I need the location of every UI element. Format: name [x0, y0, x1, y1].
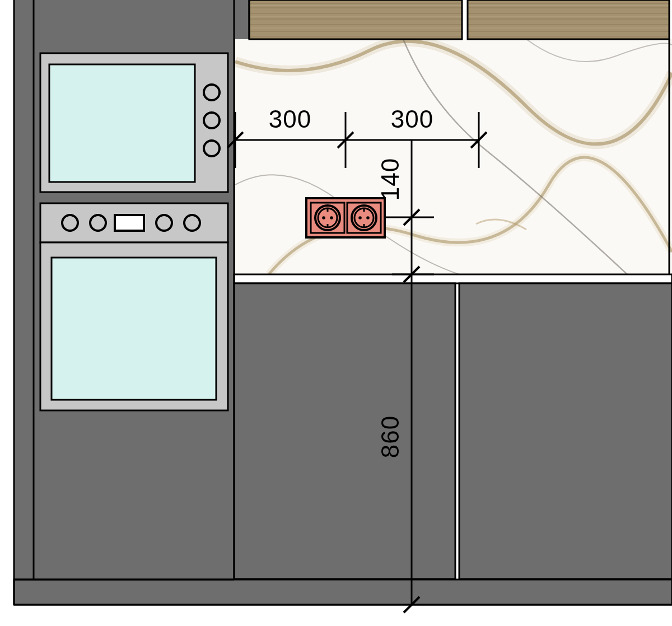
oven-display-icon	[115, 215, 144, 231]
countertop	[234, 274, 672, 283]
dimension-label: 300	[269, 105, 311, 133]
oven	[40, 203, 228, 410]
microwave	[40, 53, 228, 192]
wall-cabinet-left	[249, 0, 462, 39]
base-cabinet-left	[234, 283, 455, 579]
dimension-label: 860	[376, 415, 404, 458]
power-outlet-double	[306, 198, 385, 237]
backsplash-marble	[235, 39, 672, 274]
base-cabinet-right	[459, 283, 672, 579]
svg-rect-24	[49, 64, 195, 182]
plinth	[14, 580, 672, 605]
wall-cabinet-right	[468, 0, 669, 39]
svg-rect-27	[52, 258, 216, 400]
dimension-label: 300	[391, 105, 433, 133]
dimension-label: 140	[376, 158, 404, 200]
